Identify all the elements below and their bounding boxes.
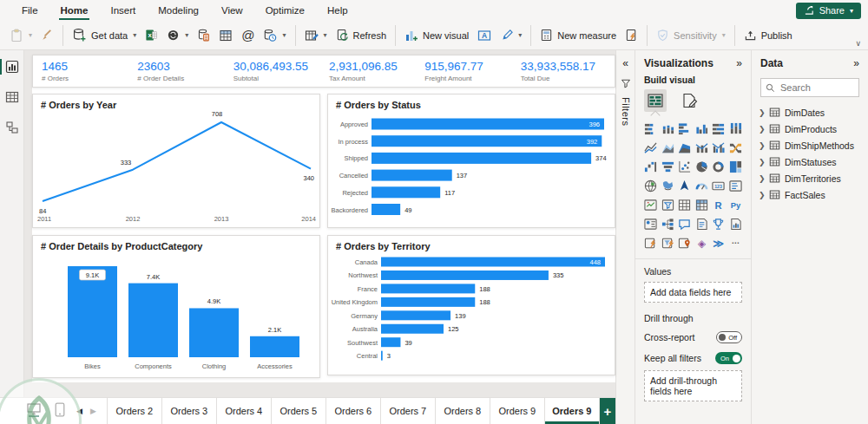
clustered-bar-chart-icon[interactable] (678, 121, 692, 135)
metrics-icon[interactable] (712, 217, 726, 231)
data-table-DimTerritories[interactable]: ❯DimTerritories (752, 170, 868, 186)
orders-by-year-visual[interactable]: # Orders by Year 84333708340201120122013… (32, 94, 320, 228)
data-table-DimShipMethods[interactable]: ❯DimShipMethods (752, 137, 868, 153)
stacked-area-chart-icon[interactable] (678, 140, 692, 154)
get-data-button[interactable]: Get data ▾ (68, 25, 141, 45)
area-chart-icon[interactable] (661, 140, 674, 154)
100-stacked-column-chart-icon[interactable] (728, 121, 742, 135)
page-next-button[interactable]: ▶ (90, 407, 96, 415)
filters-pane-label[interactable]: Filters (621, 97, 631, 126)
custom-visual-diamond-icon[interactable]: ◈ (694, 236, 708, 250)
search-input[interactable] (779, 82, 854, 94)
page-tab-5[interactable]: Orders 6 (326, 398, 381, 424)
waterfall-chart-icon[interactable] (644, 160, 658, 173)
double-chevron-right-icon[interactable]: » (736, 57, 742, 69)
data-table-DimProducts[interactable]: ❯DimProducts (752, 121, 868, 137)
report-canvas[interactable]: 1465# Orders23603# Order Details30,086,4… (24, 50, 615, 397)
menu-view[interactable]: View (212, 0, 253, 21)
funnel-chart-icon[interactable] (661, 160, 674, 173)
key-influencers-icon[interactable] (644, 217, 658, 231)
table-icon[interactable] (678, 198, 692, 212)
kpi-icon[interactable] (644, 198, 658, 212)
more-options-icon[interactable]: ⋯ (728, 236, 742, 250)
treemap-icon[interactable] (728, 160, 742, 173)
page-tab-8[interactable]: Orders 9 (490, 398, 545, 424)
menu-modeling[interactable]: Modeling (148, 0, 208, 21)
menu-help[interactable]: Help (318, 0, 358, 21)
text-box-button[interactable]: A (473, 26, 496, 45)
refresh-button[interactable]: Refresh (332, 26, 391, 44)
menu-insert[interactable]: Insert (101, 0, 145, 21)
multi-row-card-icon[interactable] (728, 179, 742, 192)
line-and-stacked-column-chart-icon[interactable] (694, 140, 708, 154)
data-table-DimDates[interactable]: ❯DimDates (752, 104, 868, 121)
map-icon[interactable] (644, 179, 658, 192)
recent-sources-button[interactable]: ▾ (259, 26, 290, 45)
sensitivity-button[interactable]: Sensitivity ▾ (652, 26, 730, 44)
100-stacked-bar-chart-icon[interactable] (712, 121, 726, 135)
table-view-button[interactable] (0, 88, 23, 107)
matrix-icon[interactable] (694, 198, 708, 212)
page-tab-9[interactable]: Orders 9 (545, 398, 600, 424)
stacked-bar-chart-icon[interactable] (644, 121, 658, 135)
semantic-model-button[interactable]: ▾ (162, 26, 193, 44)
paginated-report-icon[interactable] (728, 217, 742, 231)
page-tab-4[interactable]: Orders 5 (272, 398, 326, 424)
power-apps-visual-icon[interactable] (644, 236, 658, 250)
gauge-icon[interactable] (694, 179, 708, 192)
page-tab-3[interactable]: Orders 4 (217, 398, 272, 424)
data-table-DimStatuses[interactable]: ❯DimStatuses (752, 153, 868, 170)
menu-file[interactable]: File (12, 0, 48, 21)
excel-workbook-button[interactable]: x (141, 26, 162, 44)
stacked-column-chart-icon[interactable] (661, 121, 674, 135)
page-tab-1[interactable]: Orders 2 (108, 398, 162, 424)
mobile-view-button[interactable] (54, 402, 66, 421)
data-table-FactSales[interactable]: ❯FactSales (752, 186, 868, 203)
donut-chart-icon[interactable] (712, 160, 726, 173)
transform-data-button[interactable]: ▾ (300, 26, 332, 45)
orders-by-status-visual[interactable]: # Orders by Status Approved396In process… (327, 94, 615, 228)
double-chevron-left-icon[interactable]: « (622, 57, 628, 69)
order-details-by-category-visual[interactable]: # Order Details by ProductCategory 9.1KB… (32, 235, 320, 378)
kpi-card-visual[interactable]: 1465# Orders23603# Order Details30,086,4… (32, 55, 615, 88)
keep-all-filters-toggle[interactable]: On (715, 352, 742, 364)
slicer-icon[interactable] (661, 198, 674, 212)
share-button[interactable]: Share ▾ (796, 3, 861, 19)
power-automate-visual-icon[interactable] (661, 236, 674, 250)
double-chevron-right-icon[interactable]: » (853, 57, 859, 69)
python-visual-icon[interactable]: Py (728, 198, 742, 212)
sql-server-button[interactable] (193, 26, 214, 44)
ribbon-collapse-button[interactable]: ∨ (855, 39, 861, 48)
dataverse-button[interactable]: @ (237, 27, 259, 44)
orders-by-territory-visual[interactable]: # Orders by Territory Canada448Northwest… (327, 235, 615, 375)
filled-map-icon[interactable] (661, 179, 674, 192)
line-and-clustered-column-chart-icon[interactable] (712, 140, 726, 154)
new-measure-button[interactable]: New measure (536, 26, 621, 44)
enter-data-button[interactable] (214, 26, 237, 45)
smart-narrative-icon[interactable] (694, 217, 708, 231)
model-view-button[interactable] (0, 118, 23, 137)
ribbon-chart-icon[interactable] (728, 140, 742, 154)
format-painter-button[interactable] (36, 26, 58, 44)
pie-chart-icon[interactable] (694, 160, 708, 173)
page-tab-7[interactable]: Orders 8 (436, 398, 490, 424)
new-page-button[interactable]: + (600, 398, 615, 424)
page-prev-button[interactable]: ◀ (76, 407, 82, 415)
new-visual-button[interactable]: New visual (400, 26, 473, 45)
format-visual-button[interactable] (678, 89, 700, 112)
desktop-view-button[interactable] (26, 401, 42, 421)
build-visual-button[interactable] (644, 89, 667, 112)
page-tab-2[interactable]: Orders 3 (162, 398, 217, 424)
page-tab-6[interactable]: Orders 7 (381, 398, 436, 424)
azure-map-icon[interactable] (678, 179, 692, 192)
decomposition-tree-icon[interactable] (661, 217, 674, 231)
card-icon[interactable]: 123 (712, 179, 726, 192)
shapes-button[interactable]: ▾ (496, 26, 526, 44)
clustered-column-chart-icon[interactable] (694, 121, 708, 135)
qa-visual-icon[interactable] (678, 217, 692, 231)
add-drill-through-fields-dropzone[interactable]: Add drill-through fields here (644, 370, 742, 401)
line-chart-icon[interactable] (644, 140, 658, 154)
publish-button[interactable]: Publish (740, 26, 797, 44)
menu-home[interactable]: Home (51, 0, 98, 21)
scatter-chart-icon[interactable] (678, 160, 692, 173)
